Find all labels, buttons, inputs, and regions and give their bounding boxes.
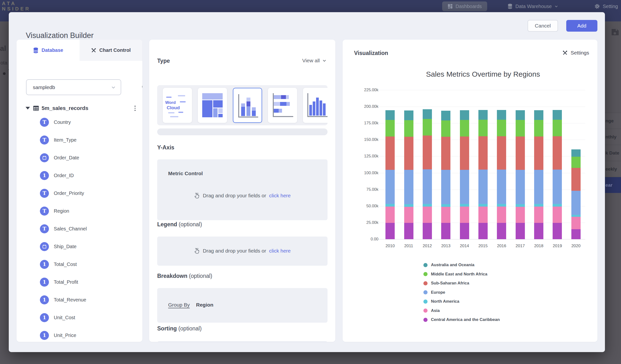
- visualization-builder-modal: Visualization Builder Cancel Add Databas…: [9, 12, 605, 352]
- stacked-bar-2015[interactable]: [478, 110, 488, 239]
- chart-legend-item[interactable]: North America: [423, 299, 459, 304]
- bar-segment: [553, 120, 562, 136]
- type-stacked-column[interactable]: [233, 88, 262, 123]
- gear-icon: [594, 3, 600, 9]
- click-here-link[interactable]: click here: [269, 193, 291, 199]
- number-field-icon: 1: [40, 295, 49, 304]
- group-by-label[interactable]: Group By: [168, 302, 190, 308]
- nav-settings[interactable]: Setting: [594, 1, 618, 11]
- stacked-bar-2013[interactable]: [441, 111, 450, 239]
- stacked-bar-2019[interactable]: [553, 110, 562, 239]
- field-item-order_date[interactable]: Order_Date: [40, 153, 79, 162]
- chart-legend-item[interactable]: Asia: [423, 308, 440, 313]
- field-label: Ship_Date: [54, 244, 76, 249]
- view-all-button[interactable]: View all: [302, 58, 327, 64]
- field-item-order_priority[interactable]: TOrder_Priority: [40, 189, 84, 198]
- x-axis-tick-label: 2017: [511, 243, 530, 248]
- table-name: 5m_sales_records: [42, 105, 133, 111]
- stacked-bar-2018[interactable]: [534, 110, 543, 239]
- field-item-region[interactable]: TRegion: [40, 206, 69, 216]
- field-item-country[interactable]: TCountry: [40, 118, 71, 127]
- y-axis-section-title: Y-Axis: [157, 144, 174, 151]
- type-stacked-bar[interactable]: [268, 88, 297, 123]
- chevron-down-icon: [322, 58, 327, 63]
- click-here-link[interactable]: click here: [269, 248, 291, 254]
- date-field-icon: [40, 153, 49, 162]
- y-axis-tick-label: 200.00k: [343, 104, 379, 109]
- tab-database[interactable]: Database: [17, 40, 80, 61]
- type-word-cloud[interactable]: Word Cloud: [163, 88, 192, 123]
- stacked-bar-2016[interactable]: [497, 110, 506, 239]
- field-item-total_revenue[interactable]: 1Total_Revenue: [40, 295, 86, 304]
- chart-legend-item[interactable]: Central America and the Caribbean: [423, 317, 500, 322]
- field-item-total_cost[interactable]: 1Total_Cost: [40, 260, 77, 269]
- text-field-icon: T: [40, 207, 49, 216]
- sorting-panel[interactable]: Data Range Ascending: [157, 341, 328, 342]
- field-item-item_type[interactable]: TItem_Type: [40, 135, 76, 144]
- type-column[interactable]: [303, 88, 328, 123]
- number-field-icon: 1: [40, 260, 49, 269]
- x-axis-tick-label: 2011: [399, 243, 418, 248]
- field-item-ship_date[interactable]: Ship_Date: [40, 242, 76, 251]
- bar-segment: [478, 136, 488, 170]
- bar-segment: [571, 217, 581, 229]
- search-icon[interactable]: [141, 83, 142, 93]
- bar-segment: [497, 110, 506, 120]
- table-tree-node[interactable]: 5m_sales_records: [26, 105, 138, 112]
- stacked-bar-chart: 0.0025.00k50.00k75.00k100.00k125.00k150.…: [343, 40, 597, 342]
- stacked-bar-2014[interactable]: [460, 110, 469, 239]
- tab-chart-control[interactable]: Chart Control: [80, 40, 143, 61]
- y-axis-tick-label: 100.00k: [343, 171, 379, 175]
- chart-legend-item[interactable]: Sub-Saharan Africa: [423, 281, 469, 286]
- legend-dropzone[interactable]: Drag and drop your fields or click here: [157, 237, 328, 266]
- metric-control-dropzone[interactable]: Metric Control Drag and drop your fields…: [157, 159, 328, 220]
- breakdown-panel[interactable]: Group By Region: [157, 288, 328, 323]
- chart-legend-item[interactable]: Europe: [423, 290, 445, 295]
- caret-down-icon[interactable]: [26, 107, 30, 109]
- chart-legend-item[interactable]: Middle East and North Africa: [423, 272, 487, 277]
- field-item-total_profit[interactable]: 1Total_Profit: [40, 277, 78, 287]
- cancel-button[interactable]: Cancel: [528, 20, 558, 32]
- stacked-bar-2011[interactable]: [404, 110, 414, 239]
- type-treemap[interactable]: [198, 88, 227, 123]
- bar-segment: [571, 191, 581, 215]
- chevron-down-icon: [111, 85, 116, 90]
- stacked-bar-2010[interactable]: [385, 110, 395, 239]
- bar-segment: [423, 169, 432, 204]
- text-field-icon: T: [40, 118, 49, 127]
- bar-segment: [553, 110, 562, 120]
- bar-segment: [516, 170, 525, 204]
- table-menu-kebab-icon[interactable]: [133, 105, 138, 112]
- field-item-sales_channel[interactable]: TSales_Channel: [40, 224, 87, 233]
- bar-segment: [478, 170, 488, 204]
- bar-segment: [571, 149, 581, 157]
- add-button[interactable]: Add: [566, 20, 597, 32]
- x-axis-tick-label: 2010: [381, 243, 399, 248]
- bar-segment: [534, 110, 543, 120]
- stacked-bar-2012[interactable]: [423, 109, 432, 239]
- y-axis-tick-label: 0.00: [343, 237, 379, 241]
- field-item-order_id[interactable]: 1Order_ID: [40, 171, 74, 180]
- left-panel-tabs: Database Chart Control: [17, 40, 142, 61]
- datasource-select[interactable]: sampledb: [26, 79, 121, 95]
- bar-segment: [553, 207, 562, 223]
- field-label: Total_Revenue: [54, 297, 86, 303]
- nav-dashboards[interactable]: Dashboards: [442, 1, 487, 11]
- breakdown-section-title: Breakdown (optional): [157, 273, 212, 279]
- legend-dot: [423, 272, 428, 276]
- stacked-bar-2020[interactable]: [571, 149, 581, 239]
- field-item-unit_price[interactable]: 1Unit_Price: [40, 331, 76, 340]
- legend-dot: [423, 309, 428, 313]
- save-icon[interactable]: [611, 28, 620, 37]
- x-axis-tick-label: 2012: [418, 243, 437, 248]
- stacked-bar-2017[interactable]: [516, 110, 525, 239]
- field-item-unit_cost[interactable]: 1Unit_Cost: [40, 313, 75, 322]
- gridline: [378, 90, 585, 90]
- field-label: Sales_Channel: [54, 226, 87, 232]
- chart-legend-item[interactable]: Australia and Oceania: [423, 262, 475, 267]
- bar-segment: [516, 204, 525, 207]
- nav-data-warehouse[interactable]: Data Warehouse: [507, 1, 558, 11]
- type-carousel-scrollbar[interactable]: [157, 128, 328, 135]
- bar-segment: [534, 120, 543, 137]
- view-all-label: View all: [302, 58, 320, 64]
